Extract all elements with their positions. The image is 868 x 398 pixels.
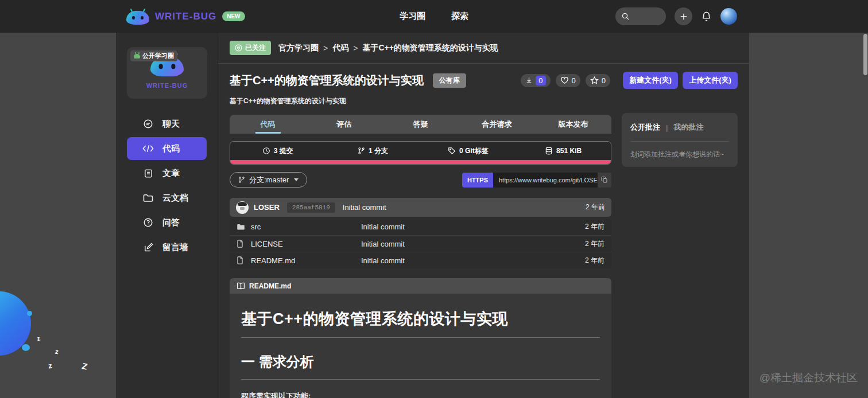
file-name[interactable]: README.md — [251, 256, 361, 265]
create-button[interactable] — [675, 7, 692, 25]
search-input[interactable] — [633, 13, 662, 21]
content-area: 已关注 官方学习圈 > 代码 > 基于C++的物资管理系统的设计与实现 基于C+… — [218, 33, 749, 398]
tab-merge-requests[interactable]: 合并请求 — [459, 115, 535, 134]
chevron-down-icon — [294, 178, 299, 181]
brand-name: WRITE-BUG — [155, 11, 216, 22]
commit-time: 2 年前 — [586, 202, 605, 212]
readme-viewer: README.md 基于C++的物资管理系统的设计与实现 一 需求分析 程序需实… — [230, 278, 611, 398]
stat-tags[interactable]: 0 Git标签 — [421, 142, 516, 160]
stat-size[interactable]: 851 KiB — [516, 142, 611, 160]
file-row-readme[interactable]: README.md Initial commit 2 年前 — [230, 252, 611, 268]
stat-branches[interactable]: 1 分支 — [326, 142, 421, 160]
sleep-z: z — [55, 348, 59, 356]
main-panel: 公开学习圈 WRITE-BUG 聊天 代码 — [116, 33, 749, 398]
file-commit-time: 2 年前 — [585, 256, 604, 266]
scrollbar-thumb[interactable] — [863, 34, 867, 75]
sidebar-item-qa[interactable]: 问答 — [127, 211, 207, 234]
readme-header: README.md — [230, 278, 611, 294]
file-row-src[interactable]: src Initial commit 2 年前 — [230, 218, 611, 235]
download-icon — [525, 77, 533, 84]
sidebar-item-label: 问答 — [162, 217, 180, 228]
sidebar-menu: 聊天 代码 文章 云文档 — [116, 112, 218, 259]
commit-author[interactable]: LOSER — [254, 203, 280, 212]
annotation-placeholder[interactable]: 划词添加批注或者你想说的话~ — [630, 150, 729, 159]
folder-icon — [142, 193, 154, 202]
code-icon — [142, 144, 154, 153]
bell-icon — [701, 11, 712, 22]
copy-url-button[interactable] — [598, 173, 611, 188]
follow-button[interactable]: 已关注 — [230, 41, 271, 55]
tab-code[interactable]: 代码 — [230, 115, 306, 134]
nav-item-learning-circle[interactable]: 学习圈 — [400, 11, 425, 22]
android-icon — [134, 54, 140, 58]
clone-url[interactable]: https://www.writebug.com/git/LOSER — [493, 173, 598, 188]
git-branch-icon — [358, 147, 365, 155]
file-name[interactable]: src — [251, 223, 361, 231]
nav-item-explore[interactable]: 探索 — [451, 11, 468, 22]
search-box[interactable] — [615, 7, 666, 25]
divider — [241, 379, 600, 380]
scrollbar[interactable] — [863, 33, 867, 398]
circle-card[interactable]: 公开学习圈 WRITE-BUG — [127, 47, 207, 99]
new-file-button[interactable]: 新建文件(夹) — [623, 72, 678, 89]
tab-review[interactable]: 评估 — [306, 115, 382, 134]
copy-icon — [601, 176, 608, 184]
file-row-license[interactable]: LICENSE Initial commit 2 年前 — [230, 235, 611, 252]
upload-file-button[interactable]: 上传文件(夹) — [683, 72, 738, 89]
star-count-button[interactable]: 0 — [586, 74, 610, 87]
sidebar-item-cloud-docs[interactable]: 云文档 — [127, 186, 207, 209]
commit-hash[interactable]: 285aaf5819 — [287, 202, 335, 213]
sidebar-item-label: 留言墙 — [162, 242, 188, 253]
file-icon — [237, 256, 246, 264]
new-badge: NEW — [222, 11, 245, 21]
breadcrumb-item-circle[interactable]: 官方学习圈 — [278, 43, 319, 53]
watermark: @稀土掘金技术社区 — [760, 370, 858, 385]
tab-qa[interactable]: 答疑 — [382, 115, 459, 134]
like-count: 0 — [572, 76, 576, 85]
database-icon — [545, 147, 553, 155]
tab-releases[interactable]: 版本发布 — [535, 115, 611, 134]
edit-icon — [142, 243, 154, 252]
sleep-z: z — [48, 361, 53, 370]
breadcrumb: 官方学习圈 > 代码 > 基于C++的物资管理系统的设计与实现 — [278, 43, 498, 53]
file-name[interactable]: LICENSE — [251, 240, 361, 248]
visibility-badge: 公有库 — [433, 73, 466, 88]
commit-author-avatar[interactable] — [236, 201, 249, 214]
heart-icon — [560, 76, 569, 84]
heart-icon — [235, 44, 242, 52]
circle-badge-label: 公开学习圈 — [142, 52, 174, 60]
file-list: src Initial commit 2 年前 LICENSE Initial … — [230, 218, 611, 268]
book-icon — [237, 282, 245, 290]
circle-badge: 公开学习圈 — [130, 50, 177, 61]
download-count: 0 — [536, 76, 545, 85]
breadcrumb-item-code[interactable]: 代码 — [332, 43, 348, 53]
tab-separator: | — [666, 123, 668, 132]
file-commit-time: 2 年前 — [585, 222, 604, 232]
brand[interactable]: WRITE-BUG NEW — [126, 9, 245, 25]
chat-icon — [142, 119, 154, 129]
notifications-button[interactable] — [701, 11, 712, 22]
branch-selector[interactable]: 分支:master — [230, 172, 307, 188]
user-avatar[interactable] — [720, 8, 737, 25]
like-count-button[interactable]: 0 — [556, 74, 580, 87]
tab-my-annotations[interactable]: 我的批注 — [673, 122, 703, 132]
tab-public-annotations[interactable]: 公开批注 — [630, 122, 660, 132]
question-icon — [142, 217, 154, 228]
download-count-button[interactable]: 0 — [521, 74, 550, 87]
sidebar-item-articles[interactable]: 文章 — [127, 162, 207, 185]
breadcrumb-separator: > — [353, 44, 358, 53]
breadcrumb-separator: > — [323, 44, 328, 53]
sidebar-item-chat[interactable]: 聊天 — [127, 112, 207, 135]
readme-body: 基于C++的物资管理系统的设计与实现 一 需求分析 程序需实现以下功能: 新物资… — [230, 294, 611, 398]
latest-commit-row[interactable]: LOSER 285aaf5819 Initial commit 2 年前 — [230, 198, 611, 217]
divider — [218, 63, 749, 64]
top-actions — [615, 7, 737, 25]
readme-h2: 一 需求分析 — [241, 353, 600, 371]
protocol-button[interactable]: HTTPS — [462, 173, 493, 188]
sidebar-item-message-wall[interactable]: 留言墙 — [127, 236, 207, 259]
repo-tabbar: 代码 评估 答疑 合并请求 版本发布 — [230, 115, 611, 134]
sidebar-item-code[interactable]: 代码 — [127, 137, 207, 160]
breadcrumb-row: 已关注 官方学习圈 > 代码 > 基于C++的物资管理系统的设计与实现 — [230, 41, 498, 55]
stat-commits[interactable]: 3 提交 — [230, 142, 326, 160]
breadcrumb-item-repo[interactable]: 基于C++的物资管理系统的设计与实现 — [362, 43, 498, 53]
